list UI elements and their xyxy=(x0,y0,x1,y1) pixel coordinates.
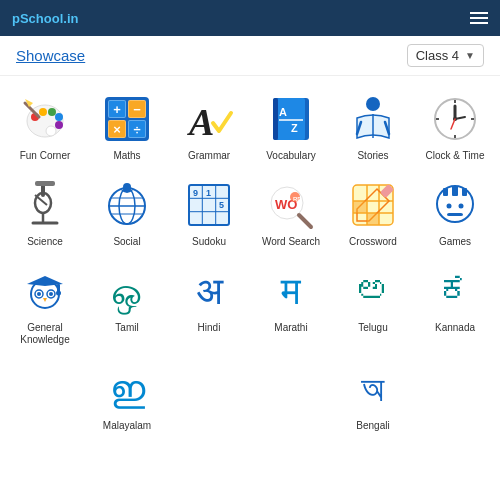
sub-header: Showcase Class 4 ▼ xyxy=(0,36,500,76)
grid-item-social[interactable]: Social xyxy=(86,170,168,256)
svg-point-74 xyxy=(49,292,53,296)
svg-line-51 xyxy=(299,215,311,227)
kannada-label: Kannada xyxy=(435,322,475,334)
grid-item-marathi[interactable]: म Marathi xyxy=(250,256,332,354)
svg-point-4 xyxy=(55,113,63,121)
grammar-icon: A xyxy=(182,92,236,146)
grid-item-maths[interactable]: + − × ÷ Maths xyxy=(86,84,168,170)
tamil-icon: ஒ xyxy=(100,264,154,318)
bengali-label: Bengali xyxy=(356,420,389,432)
grid-item-telugu[interactable]: అ Telugu xyxy=(332,256,414,354)
grid-item-general-knowledge[interactable]: General Knowledge xyxy=(4,256,86,354)
stories-label: Stories xyxy=(357,150,388,162)
svg-point-38 xyxy=(123,183,131,191)
svg-rect-15 xyxy=(273,98,278,140)
svg-line-32 xyxy=(35,195,47,205)
social-icon xyxy=(100,178,154,232)
crossword-label: Crossword xyxy=(349,236,397,248)
subjects-grid: Fun Corner + − × ÷ Maths A Grammar xyxy=(0,76,500,448)
grid-item-stories[interactable]: Stories xyxy=(332,84,414,170)
grid-item-fun-corner[interactable]: Fun Corner xyxy=(4,84,86,170)
games-label: Games xyxy=(439,236,471,248)
telugu-label: Telugu xyxy=(358,322,387,334)
svg-text:A: A xyxy=(187,101,214,143)
general-knowledge-icon xyxy=(18,264,72,318)
svg-rect-28 xyxy=(35,181,55,186)
svg-point-64 xyxy=(447,204,452,209)
grid-item-science[interactable]: Science xyxy=(4,170,86,256)
class-label: Class 4 xyxy=(416,48,459,63)
grid-item-clock-time[interactable]: Clock & Time xyxy=(414,84,496,170)
svg-point-2 xyxy=(39,108,47,116)
grid-item-word-search[interactable]: WO RD Word Search xyxy=(250,170,332,256)
bengali-icon: অ xyxy=(346,362,400,416)
stories-icon xyxy=(346,92,400,146)
grammar-label: Grammar xyxy=(188,150,230,162)
science-label: Science xyxy=(27,236,63,248)
svg-rect-59 xyxy=(353,201,367,213)
svg-text:A: A xyxy=(279,106,287,118)
marathi-label: Marathi xyxy=(274,322,307,334)
grid-item-malayalam[interactable]: ഇ Malayalam xyxy=(86,354,168,440)
tamil-label: Tamil xyxy=(115,322,138,334)
sudoku-label: Sudoku xyxy=(192,236,226,248)
svg-point-5 xyxy=(55,121,63,129)
telugu-icon: అ xyxy=(346,264,400,318)
grid-item-grammar[interactable]: A Grammar xyxy=(168,84,250,170)
games-icon xyxy=(428,178,482,232)
logo: pSchool.in xyxy=(12,11,78,26)
grid-item-sudoku[interactable]: 9 1 5 Sudoku xyxy=(168,170,250,256)
general-knowledge-label: General Knowledge xyxy=(20,322,69,346)
svg-marker-75 xyxy=(43,298,47,302)
maths-icon: + − × ÷ xyxy=(100,92,154,146)
hindi-label: Hindi xyxy=(198,322,221,334)
crossword-icon xyxy=(346,178,400,232)
grid-item-kannada[interactable]: ಕ Kannada xyxy=(414,256,496,354)
vocabulary-icon: A Z xyxy=(264,92,318,146)
word-search-label: Word Search xyxy=(262,236,320,248)
maths-label: Maths xyxy=(113,150,140,162)
class-selector[interactable]: Class 4 ▼ xyxy=(407,44,484,67)
svg-point-73 xyxy=(37,292,41,296)
malayalam-label: Malayalam xyxy=(103,420,151,432)
svg-rect-58 xyxy=(367,213,379,225)
svg-rect-63 xyxy=(462,188,467,196)
grid-item-games[interactable]: Games xyxy=(414,170,496,256)
grid-item-hindi[interactable]: अ Hindi xyxy=(168,256,250,354)
fun-corner-label: Fun Corner xyxy=(20,150,71,162)
svg-text:5: 5 xyxy=(219,200,224,210)
grid-item-tamil[interactable]: ஒ Tamil xyxy=(86,256,168,354)
hindi-icon: अ xyxy=(182,264,236,318)
svg-text:9: 9 xyxy=(193,188,198,198)
clock-time-label: Clock & Time xyxy=(426,150,485,162)
svg-point-16 xyxy=(366,97,380,111)
svg-point-65 xyxy=(459,204,464,209)
svg-point-3 xyxy=(48,108,56,116)
marathi-icon: म xyxy=(264,264,318,318)
science-icon xyxy=(18,178,72,232)
svg-text:Z: Z xyxy=(291,122,298,134)
chevron-down-icon: ▼ xyxy=(465,50,475,61)
svg-rect-61 xyxy=(443,188,448,196)
grid-item-bengali[interactable]: অ Bengali xyxy=(332,354,414,440)
word-search-icon: WO RD xyxy=(264,178,318,232)
grid-item-vocabulary[interactable]: A Z Vocabulary xyxy=(250,84,332,170)
hamburger-menu[interactable] xyxy=(470,12,488,24)
svg-text:1: 1 xyxy=(206,188,211,198)
header: pSchool.in xyxy=(0,0,500,36)
sudoku-icon: 9 1 5 xyxy=(182,178,236,232)
showcase-link[interactable]: Showcase xyxy=(16,47,85,64)
logo-p: p xyxy=(12,11,20,26)
svg-point-70 xyxy=(56,291,61,296)
clock-icon xyxy=(428,92,482,146)
social-label: Social xyxy=(113,236,140,248)
fun-corner-icon xyxy=(18,92,72,146)
kannada-icon: ಕ xyxy=(428,264,482,318)
svg-rect-62 xyxy=(452,186,458,196)
grid-item-crossword[interactable]: Crossword xyxy=(332,170,414,256)
svg-point-6 xyxy=(46,126,56,136)
svg-text:RD: RD xyxy=(293,196,302,202)
svg-rect-66 xyxy=(447,213,463,216)
malayalam-icon: ഇ xyxy=(100,362,154,416)
vocabulary-label: Vocabulary xyxy=(266,150,315,162)
